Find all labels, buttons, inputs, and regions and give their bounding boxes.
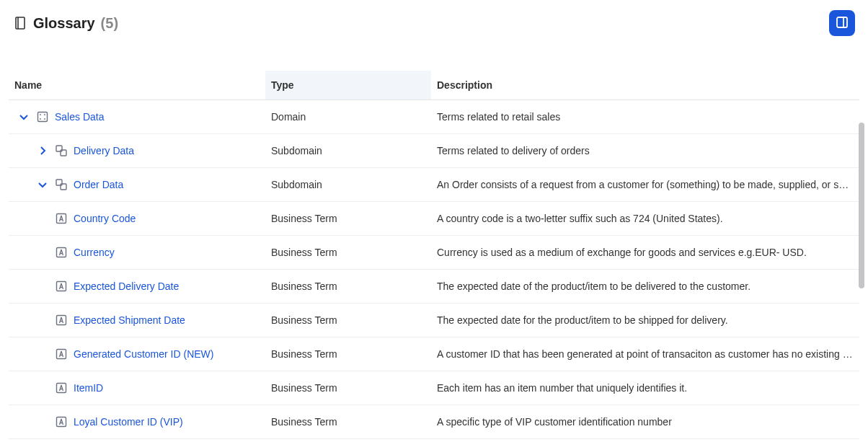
description-cell: Currency is used as a medium of exchange… <box>431 236 859 270</box>
subdomain-icon <box>55 144 68 157</box>
item-link[interactable]: Sales Data <box>55 111 104 123</box>
column-header-name[interactable]: Name <box>9 71 265 100</box>
chevron-down-icon[interactable] <box>36 178 49 191</box>
type-cell: Business Term <box>265 270 431 304</box>
table-row: Sales DataDomainTerms related to retail … <box>9 100 859 134</box>
table-row: Expected Delivery DateBusiness TermThe e… <box>9 270 859 304</box>
name-cell: Order Data <box>14 178 260 191</box>
item-link[interactable]: Currency <box>74 247 115 258</box>
svg-rect-2 <box>837 17 847 27</box>
term-icon <box>55 280 68 293</box>
glossary-table-container: Name Type Description Sales DataDomainTe… <box>0 71 868 439</box>
table-row: Country CodeBusiness TermA country code … <box>9 202 859 236</box>
type-cell: Domain <box>265 100 431 134</box>
type-cell: Business Term <box>265 405 431 439</box>
term-icon <box>55 246 68 259</box>
item-link[interactable]: Expected Delivery Date <box>74 280 179 292</box>
scrollbar[interactable] <box>859 123 864 288</box>
table-row: Order DataSubdomainAn Order consists of … <box>9 168 859 202</box>
name-cell: Loyal Customer ID (VIP) <box>14 415 260 428</box>
name-cell: Expected Shipment Date <box>14 314 260 327</box>
term-icon <box>55 415 68 428</box>
type-cell: Business Term <box>265 304 431 337</box>
panel-toggle-button[interactable] <box>829 10 855 36</box>
item-link[interactable]: Generated Customer ID (NEW) <box>74 348 214 360</box>
description-cell: A country code is a two-letter suffix su… <box>431 202 859 236</box>
panel-icon <box>835 15 849 32</box>
description-cell: Terms related to retail sales <box>431 100 859 134</box>
table-row: Expected Shipment DateBusiness TermThe e… <box>9 304 859 337</box>
item-link[interactable]: Expected Shipment Date <box>74 314 185 326</box>
item-link[interactable]: Loyal Customer ID (VIP) <box>74 416 183 428</box>
column-header-description[interactable]: Description <box>431 71 859 100</box>
description-cell: A specific type of VIP customer identifi… <box>431 405 859 439</box>
svg-rect-0 <box>16 17 25 29</box>
item-link[interactable]: ItemID <box>74 382 103 394</box>
term-icon <box>55 381 68 394</box>
column-header-type[interactable]: Type <box>265 71 431 100</box>
term-icon <box>55 314 68 327</box>
table-row: Generated Customer ID (NEW)Business Term… <box>9 337 859 371</box>
chevron-down-icon[interactable] <box>17 110 30 123</box>
item-link[interactable]: Delivery Data <box>74 145 134 156</box>
item-link[interactable]: Country Code <box>74 213 136 224</box>
chevron-right-icon[interactable] <box>36 144 49 157</box>
name-cell: ItemID <box>14 381 260 394</box>
table-header-row: Name Type Description <box>9 71 859 100</box>
type-cell: Subdomain <box>265 134 431 168</box>
description-cell: Terms related to delivery of orders <box>431 134 859 168</box>
table-row: ItemIDBusiness TermEach item has an item… <box>9 371 859 405</box>
name-cell: Currency <box>14 246 260 259</box>
type-cell: Subdomain <box>265 168 431 202</box>
item-link[interactable]: Order Data <box>74 179 123 190</box>
type-cell: Business Term <box>265 371 431 405</box>
item-count: (5) <box>101 15 118 32</box>
page-title: Glossary <box>33 15 95 32</box>
table-row: Loyal Customer ID (VIP)Business TermA sp… <box>9 405 859 439</box>
type-cell: Business Term <box>265 202 431 236</box>
term-icon <box>55 348 68 361</box>
glossary-table: Name Type Description Sales DataDomainTe… <box>9 71 859 439</box>
name-cell: Delivery Data <box>14 144 260 157</box>
name-cell: Country Code <box>14 212 260 225</box>
table-row: Delivery DataSubdomainTerms related to d… <box>9 134 859 168</box>
term-icon <box>55 212 68 225</box>
description-cell: Each item has an item number that unique… <box>431 371 859 405</box>
name-cell: Sales Data <box>14 110 260 123</box>
description-cell: The expected date for the product/item t… <box>431 304 859 337</box>
description-cell: A customer ID that has been generated at… <box>431 337 859 371</box>
name-cell: Expected Delivery Date <box>14 280 260 293</box>
description-cell: An Order consists of a request from a cu… <box>431 168 859 202</box>
page-header: Glossary (5) <box>0 0 868 42</box>
type-cell: Business Term <box>265 236 431 270</box>
type-cell: Business Term <box>265 337 431 371</box>
description-cell: The expected date of the product/item to… <box>431 270 859 304</box>
domain-icon <box>36 110 49 123</box>
glossary-icon <box>13 16 27 30</box>
subdomain-icon <box>55 178 68 191</box>
table-row: CurrencyBusiness TermCurrency is used as… <box>9 236 859 270</box>
name-cell: Generated Customer ID (NEW) <box>14 348 260 361</box>
title-group: Glossary (5) <box>13 15 118 32</box>
